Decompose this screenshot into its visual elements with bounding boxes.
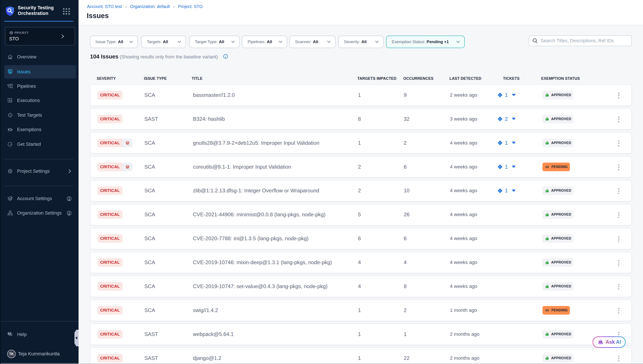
- svg-text:?: ?: [9, 332, 10, 335]
